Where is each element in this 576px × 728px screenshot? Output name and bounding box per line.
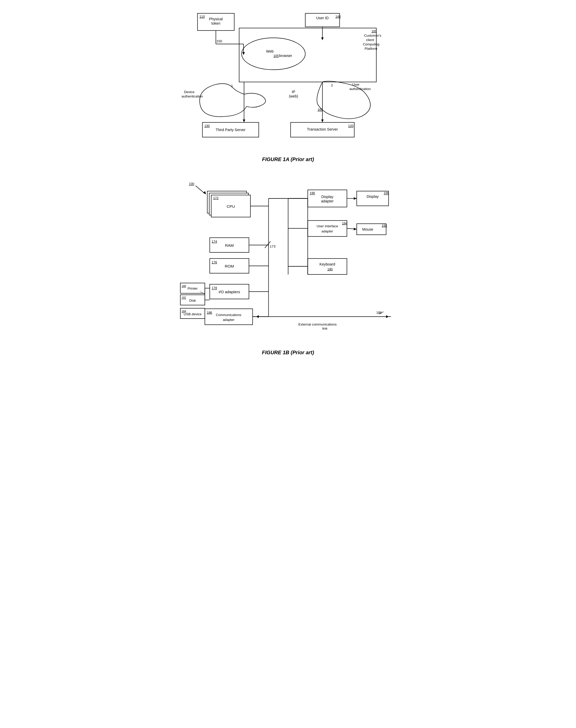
svg-text:180: 180 xyxy=(181,285,186,288)
svg-rect-67 xyxy=(180,295,205,305)
svg-text:194: 194 xyxy=(342,222,347,225)
svg-text:120: 120 xyxy=(348,124,353,128)
svg-rect-0 xyxy=(239,28,376,82)
svg-text:User Interface: User Interface xyxy=(316,224,338,228)
svg-marker-45 xyxy=(203,191,206,194)
svg-rect-47 xyxy=(209,193,249,215)
svg-marker-120 xyxy=(386,315,388,318)
svg-rect-70 xyxy=(180,308,205,319)
svg-text:186: 186 xyxy=(207,311,212,315)
svg-text:adapter: adapter xyxy=(223,318,235,322)
svg-text:196: 196 xyxy=(310,191,315,195)
svg-text:Communications: Communications xyxy=(216,313,241,317)
svg-text:Mouse: Mouse xyxy=(362,227,373,232)
svg-text:Disk: Disk xyxy=(189,299,196,302)
svg-marker-112 xyxy=(354,228,356,231)
svg-text:173: 173 xyxy=(270,244,275,248)
svg-text:I/O adapters: I/O adapters xyxy=(219,290,240,294)
figure-1a: 110 Physical token User ID 140 Web 105 b… xyxy=(178,5,398,154)
svg-line-111 xyxy=(347,228,356,229)
svg-rect-60 xyxy=(205,309,253,325)
svg-rect-5 xyxy=(305,14,339,27)
svg-text:105: 105 xyxy=(273,54,279,58)
svg-rect-54 xyxy=(210,259,249,273)
svg-text:Printer: Printer xyxy=(188,287,198,290)
svg-marker-26 xyxy=(321,119,324,123)
svg-text:(web): (web) xyxy=(289,94,298,98)
svg-rect-35 xyxy=(290,123,354,137)
svg-text:150: 150 xyxy=(217,39,222,43)
svg-marker-110 xyxy=(354,197,356,200)
svg-text:Customer's: Customer's xyxy=(364,34,381,37)
svg-text:browser: browser xyxy=(279,54,292,58)
svg-text:authentication: authentication xyxy=(181,95,203,98)
fig1b-svg: 100 172 CPU 174 RAM 176 ROM 178 I/O adap… xyxy=(178,167,398,347)
svg-rect-46 xyxy=(207,191,246,213)
svg-rect-80 xyxy=(308,221,347,237)
svg-text:Physical: Physical xyxy=(209,17,223,21)
svg-text:Display: Display xyxy=(321,195,334,199)
svg-rect-32 xyxy=(202,123,259,137)
svg-text:184: 184 xyxy=(181,309,186,313)
svg-text:110: 110 xyxy=(199,15,205,19)
figure-1b: 100 172 CPU 174 RAM 176 ROM 178 I/O adap… xyxy=(178,167,398,347)
svg-marker-18 xyxy=(242,52,245,55)
svg-text:172: 172 xyxy=(213,196,219,200)
svg-rect-64 xyxy=(180,283,205,293)
svg-text:authentication: authentication xyxy=(349,87,370,91)
svg-text:182: 182 xyxy=(181,296,186,299)
svg-rect-73 xyxy=(308,190,347,207)
svg-line-44 xyxy=(195,186,205,194)
svg-rect-1 xyxy=(197,14,234,30)
svg-text:100: 100 xyxy=(371,29,377,33)
svg-text:100: 100 xyxy=(189,182,194,186)
svg-text:1: 1 xyxy=(231,84,233,88)
svg-text:adapter: adapter xyxy=(321,229,333,233)
svg-text:IP: IP xyxy=(292,90,295,94)
svg-marker-20 xyxy=(243,119,245,123)
svg-line-124 xyxy=(379,312,383,314)
svg-text:188: 188 xyxy=(376,311,382,315)
svg-marker-119 xyxy=(256,315,259,318)
svg-text:192: 192 xyxy=(382,224,387,227)
svg-text:Device: Device xyxy=(184,90,194,94)
svg-text:174: 174 xyxy=(211,240,217,243)
svg-text:Keyboard: Keyboard xyxy=(319,262,335,266)
svg-marker-16 xyxy=(321,37,324,40)
svg-text:176: 176 xyxy=(211,261,217,264)
svg-text:User ID: User ID xyxy=(316,16,328,20)
svg-point-8 xyxy=(241,38,305,70)
svg-text:CPU: CPU xyxy=(227,204,235,209)
svg-text:link: link xyxy=(322,327,327,330)
svg-text:USB device: USB device xyxy=(183,312,201,316)
svg-rect-87 xyxy=(308,259,347,274)
svg-rect-57 xyxy=(210,284,249,299)
svg-text:178: 178 xyxy=(211,286,217,290)
svg-line-93 xyxy=(265,241,270,248)
svg-text:token: token xyxy=(211,21,220,25)
svg-line-116 xyxy=(200,292,205,294)
svg-text:External communications: External communications xyxy=(298,322,337,326)
svg-text:2: 2 xyxy=(331,83,333,87)
fig1a-caption: FIGURE 1A (Prior art) xyxy=(178,157,398,162)
svg-text:Web: Web xyxy=(266,49,273,53)
svg-rect-48 xyxy=(211,195,250,217)
svg-text:198: 198 xyxy=(383,191,389,195)
svg-text:client: client xyxy=(366,38,374,42)
svg-text:ROM: ROM xyxy=(225,264,234,268)
svg-text:160: 160 xyxy=(317,108,323,112)
svg-text:adapter: adapter xyxy=(321,199,334,203)
svg-text:Computing: Computing xyxy=(363,42,379,46)
svg-text:Third Party Server: Third Party Server xyxy=(215,128,245,132)
svg-rect-84 xyxy=(356,224,386,235)
svg-text:190: 190 xyxy=(327,268,333,271)
svg-text:140: 140 xyxy=(335,15,341,19)
svg-text:Transaction Server: Transaction Server xyxy=(307,127,338,131)
svg-rect-51 xyxy=(210,238,249,252)
svg-text:Display: Display xyxy=(367,194,379,198)
svg-text:130: 130 xyxy=(204,124,210,128)
svg-text:RAM: RAM xyxy=(225,243,233,247)
svg-text:User: User xyxy=(352,83,359,86)
fig1b-caption: FIGURE 1B (Prior art) xyxy=(178,350,398,355)
svg-rect-77 xyxy=(356,191,388,206)
